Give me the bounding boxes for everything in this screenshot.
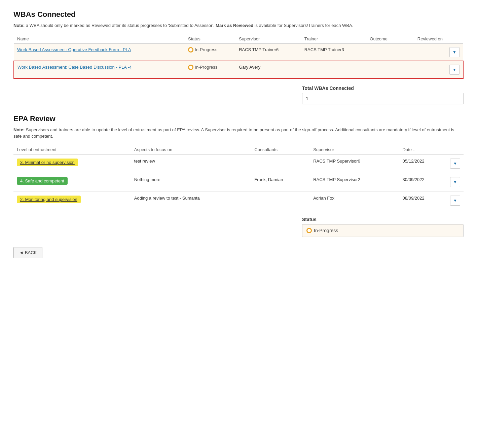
wba-supervisor-1: RACS TMP Trainer6 [235,43,301,61]
wba-note-suffix: is available for Supervisors/Trainers fo… [255,23,354,28]
epa-section: EPA Review Note: Supervisors and trainer… [13,114,464,237]
epa-row-1: 3. Minimal or no supervision test review… [13,154,464,173]
wba-name-1: Work Based Assessment: Operative Feedbac… [14,43,185,61]
epa-col-action [447,145,464,154]
wba-dropdown-cell-2: ▼ [446,61,463,78]
col-action [446,34,463,44]
col-supervisor: Supervisor [235,34,301,44]
status-section: Status In-Progress [13,217,464,237]
epa-supervisor-2: RACS TMP Supervisor2 [310,173,399,191]
epa-col-date: Date ↓ [399,145,447,154]
wba-status-1: In-Progress [185,43,235,61]
wba-note: Note: a WBA should only be marked as Rev… [13,22,464,29]
epa-note-text: Supervisors and trainers are able to upd… [13,127,454,139]
status-value: In-Progress [314,228,338,233]
level-badge-3[interactable]: 2. Monitoring and supervision [17,196,81,203]
wba-supervisor-2: Gary Avery [235,61,301,78]
epa-aspects-1: test review [131,154,251,173]
epa-note: Note: Supervisors and trainers are able … [13,127,464,140]
col-status: Status [185,34,235,44]
epa-col-supervisor: Supervisor [310,145,399,154]
epa-table: Level of entrustment Aspects to focus on… [13,145,464,210]
epa-dropdown-cell-2: ▼ [447,173,464,191]
back-button[interactable]: ◄ BACK [13,247,42,258]
back-section: ◄ BACK [13,247,464,258]
back-arrow-icon: ◄ [19,250,24,255]
wba-dropdown-btn-1[interactable]: ▼ [449,47,460,57]
epa-supervisor-1: RACS TMP Supervisor6 [310,154,399,173]
wba-link-2[interactable]: Work Based Assessment: Case Based Discus… [17,65,132,70]
mark-reviewed-bold: Mark as Reviewed [216,23,253,28]
epa-title: EPA Review [13,114,464,123]
total-wba-value: 1 [302,93,464,104]
total-wba-inner: Total WBAs Connected 1 [302,85,464,104]
wba-outcome-2 [366,61,401,78]
epa-dropdown-btn-2[interactable]: ▼ [450,177,460,187]
note-prefix: Note: [13,23,25,28]
status-text-2: In-Progress [195,65,217,70]
col-trainer: Trainer [301,34,367,44]
wba-title: WBAs Connected [13,10,464,19]
status-dot-2 [188,65,193,70]
wba-trainer-1: RACS TMP Trainer3 [301,43,367,61]
epa-consultants-3 [251,191,310,210]
epa-consultants-2: Frank, Damian [251,173,310,191]
status-text-1: In-Progress [195,47,217,52]
col-name: Name [14,34,185,44]
wba-note-text: a WBA should only be marked as Reviewed … [26,23,216,28]
epa-date-3: 08/09/2022 [399,191,447,210]
total-wba-label: Total WBAs Connected [302,85,464,91]
epa-dropdown-cell-3: ▼ [447,191,464,210]
epa-dropdown-cell-1: ▼ [447,154,464,173]
level-badge-1[interactable]: 3. Minimal or no supervision [17,159,78,166]
epa-date-1: 05/12/2022 [399,154,447,173]
epa-dropdown-btn-1[interactable]: ▼ [450,159,460,169]
epa-level-2: 4. Safe and competent [13,173,131,191]
wba-reviewed-2 [401,61,446,78]
epa-level-3: 2. Monitoring and supervision [13,191,131,210]
epa-row-3: 2. Monitoring and supervision Adding a r… [13,191,464,210]
wba-dropdown-btn-2[interactable]: ▼ [449,65,460,75]
epa-col-consultants: Consultants [251,145,310,154]
wba-reviewed-1 [401,43,446,61]
wba-table: Name Status Supervisor Trainer Outcome R… [13,34,464,79]
epa-level-1: 3. Minimal or no supervision [13,154,131,173]
status-label: Status [302,217,464,222]
epa-row-2: 4. Safe and competent Nothing more Frank… [13,173,464,191]
wba-name-2: Work Based Assessment: Case Based Discus… [14,61,185,78]
epa-note-prefix: Note: [13,127,25,132]
epa-aspects-2: Nothing more [131,173,251,191]
total-wba-section: Total WBAs Connected 1 [13,85,464,104]
table-row-highlighted: Work Based Assessment: Case Based Discus… [14,61,463,78]
epa-date-2: 30/09/2022 [399,173,447,191]
wba-link-1[interactable]: Work Based Assessment: Operative Feedbac… [17,47,131,52]
epa-col-level: Level of entrustment [13,145,131,154]
epa-dropdown-btn-3[interactable]: ▼ [450,196,460,206]
table-row: Work Based Assessment: Operative Feedbac… [14,43,463,61]
status-inner: Status In-Progress [302,217,464,237]
epa-consultants-1 [251,154,310,173]
wba-dropdown-cell-1: ▼ [446,43,463,61]
level-badge-2[interactable]: 4. Safe and competent [17,177,68,185]
wba-status-2: In-Progress [185,61,235,78]
col-reviewed: Reviewed on [401,34,446,44]
status-dot-epa [306,228,312,233]
back-button-label: BACK [25,250,37,255]
epa-aspects-3: Adding a review to test - Sumanta [131,191,251,210]
epa-col-aspects: Aspects to focus on [131,145,251,154]
wba-trainer-2 [301,61,367,78]
status-box: In-Progress [302,224,464,237]
col-outcome: Outcome [366,34,401,44]
wba-outcome-1 [366,43,401,61]
status-dot-1 [188,47,193,53]
date-sort-icon: ↓ [413,148,415,152]
epa-supervisor-3: Adrian Fox [310,191,399,210]
wba-section: WBAs Connected Note: a WBA should only b… [13,10,464,104]
